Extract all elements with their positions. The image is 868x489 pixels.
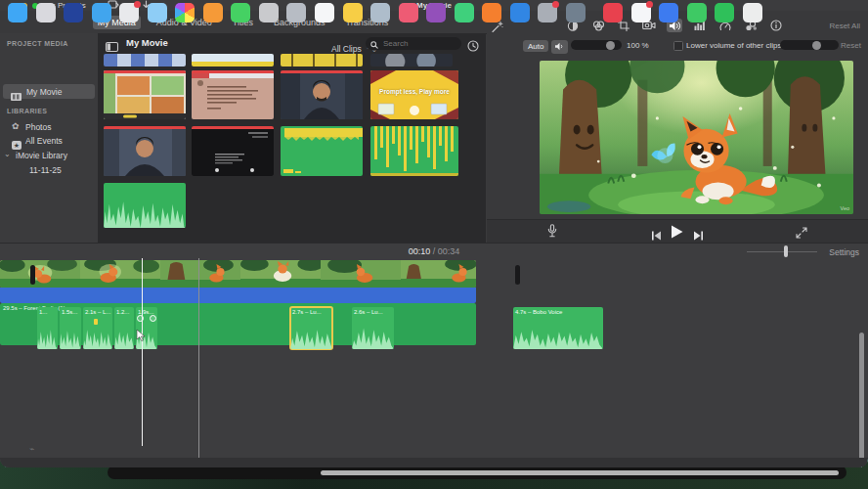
media-thumbnail-document[interactable] [192,70,274,119]
dock-icon[interactable] [343,3,363,22]
auto-volume-button[interactable]: Auto [523,40,548,52]
playhead[interactable] [142,258,143,446]
dock-icon[interactable] [631,3,651,22]
dock-icon[interactable] [92,3,111,22]
sidebar-item-label: My Movie [26,87,62,97]
dock-icon[interactable] [231,3,250,22]
voiceover-mic-icon[interactable] [547,224,557,243]
svg-text:★: ★ [14,142,20,149]
timeline-zoom-knob[interactable] [784,245,788,257]
media-thumbnail-slide[interactable]: Prompt less, Play more [370,70,458,119]
media-thumbnail-audio-band[interactable] [281,126,363,176]
play-button[interactable] [671,225,683,243]
dock-icon[interactable] [743,3,762,22]
dock-icon[interactable] [8,3,27,22]
media-thumbnail-audio-wave[interactable] [104,183,186,228]
dock-icon[interactable] [566,3,586,22]
timeline-vertical-scrollbar[interactable] [859,333,864,462]
mute-speaker-button[interactable] [551,40,568,54]
audio-clip[interactable]: 1.2... [114,307,134,349]
dock-icon[interactable] [715,3,734,22]
media-thumbnail-webcam[interactable] [281,70,363,119]
dock-icon[interactable] [603,3,623,22]
clip-trim-handle-left[interactable] [30,265,35,285]
dock-icon[interactable] [510,3,530,22]
dock-icon[interactable] [175,3,195,22]
sidebar-item-library-event[interactable]: 11-11-25 [0,164,98,177]
info-icon[interactable] [768,19,784,32]
volume-slider-knob[interactable] [606,41,615,50]
dock-icon[interactable] [687,3,707,22]
media-thumbnail[interactable] [104,54,186,67]
window-footer [0,458,868,467]
clip-marker [94,319,98,325]
dock-icon[interactable] [148,3,167,22]
sidebar-item-my-movie[interactable]: My Movie [3,84,95,99]
media-thumbnail[interactable] [192,54,274,67]
search-field[interactable] [366,37,461,50]
dock-icon[interactable] [455,3,474,22]
timeline-settings-button[interactable]: Settings [829,247,859,257]
lower-volume-knob[interactable] [812,41,821,50]
clip-trim-handle-right[interactable] [515,265,520,285]
dock-icon[interactable] [482,3,501,22]
fullscreen-icon[interactable] [796,225,807,243]
volume-slider[interactable] [571,40,622,50]
audio-clip[interactable]: 1... [37,307,58,349]
reset-button[interactable]: Reset [841,41,861,50]
lower-volume-checkbox[interactable] [673,41,683,51]
clip-duration-clock-icon[interactable] [467,38,479,56]
veo-watermark: Veo [841,205,849,211]
timeline-zoom-slider[interactable] [747,251,817,252]
sidebar-item-all-events[interactable]: ★ All Events [0,135,98,148]
audio-clip-bobo-voice[interactable]: 4.7s – Bobo Voice [513,307,603,349]
video-clip-filmstrip[interactable] [0,260,476,288]
dock-icon[interactable] [659,3,678,22]
dock-icon[interactable] [119,3,139,22]
audio-clip[interactable]: 2.6s – Lu... [352,307,394,349]
video-clip-audio-strip[interactable] [0,288,476,303]
media-thumbnail-webcam-2[interactable] [104,126,186,176]
fade-handle-right[interactable] [150,315,156,322]
dock-icon[interactable] [399,3,418,22]
imovie-window: ‹ Projects My Movie My Media Audio & Vid… [0,0,868,467]
background-window-scrollbar[interactable] [321,470,839,475]
libraries-header: LIBRARIES [7,108,47,114]
transport-bar [487,219,868,244]
preview-viewer[interactable]: Veo [540,61,853,214]
desktop-background: ‹ Projects My Movie My Media Audio & Vid… [0,0,868,489]
project-media-icon [11,87,22,105]
audio-clip[interactable]: 2.1s – L... [83,307,112,349]
media-thumbnail-terminal[interactable] [192,126,274,176]
used-clip-stripe [192,126,274,129]
audio-clip[interactable]: 1.5s... [60,307,81,349]
dock-icon[interactable] [370,3,390,22]
lower-volume-slider[interactable] [780,40,839,50]
sidebar-item-photos[interactable]: ✿ Photos [0,121,98,134]
time-separator: / [433,246,436,256]
audio-clip-selected[interactable]: 2.7s – Lu... [290,307,332,349]
inspector-panel: Reset All Auto 100 % Lower volume of oth… [487,11,868,243]
reset-all-button[interactable]: Reset All [829,22,860,30]
search-input[interactable] [381,38,454,49]
dock-icon[interactable] [426,3,446,22]
media-thumbnail-audio-spikes[interactable] [370,126,458,176]
notification-badge [646,1,653,8]
sidebar-item-label: All Events [25,136,63,146]
dock-icon[interactable] [259,3,279,22]
disclosure-chevron-icon[interactable]: ⌄ [4,150,11,158]
dock-icon[interactable] [286,3,306,22]
dock-icon[interactable] [203,3,223,22]
media-thumbnail[interactable] [370,54,453,67]
skimmer-line [198,258,199,460]
used-clip-stripe [104,70,186,73]
sidebar-item-label: Photos [25,122,51,132]
sidebar-item-imovie-library[interactable]: ⌄ iMovie Library [0,150,98,162]
dock-icon[interactable] [36,3,56,22]
dock-icon[interactable] [64,3,83,22]
slide-caption: Prompt less, Play more [370,88,458,95]
dock-icon[interactable] [315,3,334,22]
media-thumbnail-fox-grid[interactable] [104,70,186,119]
dock-icon[interactable] [538,3,557,22]
media-thumbnail[interactable] [281,54,363,67]
